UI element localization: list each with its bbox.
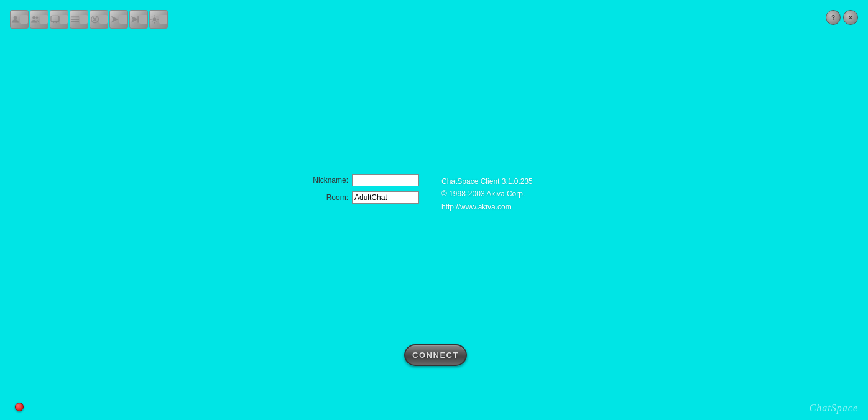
help-button[interactable]: ?	[826, 10, 841, 25]
app-logo: ChatSpace	[810, 403, 858, 414]
toolbar-btn-2[interactable]	[30, 10, 48, 29]
info-panel: ChatSpace Client 3.1.0.235 © 1998-2003 A…	[441, 175, 533, 213]
toolbar	[10, 10, 168, 29]
close-button[interactable]: ×	[843, 10, 858, 25]
nickname-label: Nickname:	[305, 176, 348, 185]
connect-button-label: CONNECT	[412, 350, 459, 360]
toolbar-btn-5[interactable]	[90, 10, 108, 29]
nickname-input[interactable]	[352, 174, 419, 186]
info-line3: http://www.akiva.com	[441, 201, 533, 213]
svg-rect-3	[51, 16, 59, 21]
toolbar-btn-8[interactable]	[149, 10, 168, 29]
svg-point-0	[14, 16, 17, 19]
toolbar-btn-3[interactable]	[50, 10, 68, 29]
info-line2: © 1998-2003 Akiva Corp.	[441, 188, 533, 200]
svg-rect-5	[71, 19, 79, 20]
svg-point-1	[32, 16, 35, 19]
login-form: Nickname: Room:	[305, 174, 419, 204]
svg-point-9	[153, 17, 157, 21]
room-input[interactable]	[352, 191, 419, 204]
top-right-buttons: ? ×	[826, 10, 858, 25]
room-row: Room:	[305, 191, 419, 204]
toolbar-btn-6[interactable]	[109, 10, 128, 29]
svg-rect-4	[71, 16, 79, 17]
room-label: Room:	[305, 193, 348, 202]
connect-button[interactable]: CONNECT	[404, 344, 467, 366]
toolbar-btn-4[interactable]	[70, 10, 88, 29]
toolbar-btn-7[interactable]	[129, 10, 148, 29]
svg-rect-6	[71, 21, 79, 22]
status-indicator	[15, 403, 24, 411]
toolbar-btn-1[interactable]	[10, 10, 29, 29]
nickname-row: Nickname:	[305, 174, 419, 186]
svg-point-2	[35, 16, 38, 19]
info-line1: ChatSpace Client 3.1.0.235	[441, 175, 533, 188]
